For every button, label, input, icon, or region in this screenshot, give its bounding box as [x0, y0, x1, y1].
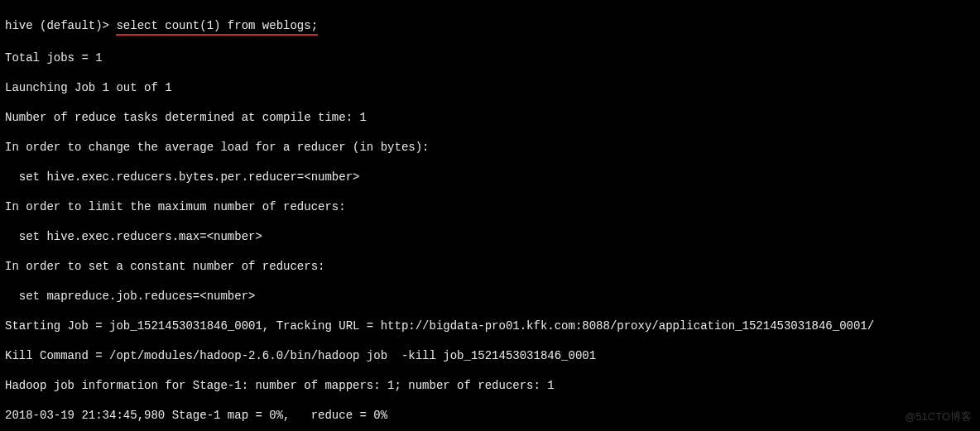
prompt-line-1: hive (default)> select count(1) from web… — [5, 18, 975, 36]
output-line: set hive.exec.reducers.bytes.per.reducer… — [5, 170, 975, 184]
output-line: set mapreduce.job.reduces=<number> — [5, 289, 975, 304]
output-line: set hive.exec.reducers.max=<number> — [5, 229, 975, 244]
output-line: Starting Job = job_1521453031846_0001, T… — [5, 318, 975, 333]
terminal-output[interactable]: hive (default)> select count(1) from web… — [0, 0, 980, 431]
watermark-text: @51CTO博客 — [905, 409, 972, 424]
output-line: Total jobs = 1 — [5, 50, 975, 65]
output-line: In order to change the average load for … — [5, 140, 975, 155]
output-line: Number of reduce tasks determined at com… — [5, 110, 975, 125]
output-line: In order to limit the maximum number of … — [5, 199, 975, 214]
output-line: Kill Command = /opt/modules/hadoop-2.6.0… — [5, 348, 975, 363]
prompt-prefix: hive (default)> — [5, 19, 116, 32]
output-line: 2018-03-19 21:34:45,980 Stage-1 map = 0%… — [5, 408, 975, 423]
output-line: In order to set a constant number of red… — [5, 259, 975, 274]
sql-command: select count(1) from weblogs; — [116, 18, 318, 36]
output-line: Hadoop job information for Stage-1: numb… — [5, 378, 975, 393]
output-line: Launching Job 1 out of 1 — [5, 80, 975, 95]
